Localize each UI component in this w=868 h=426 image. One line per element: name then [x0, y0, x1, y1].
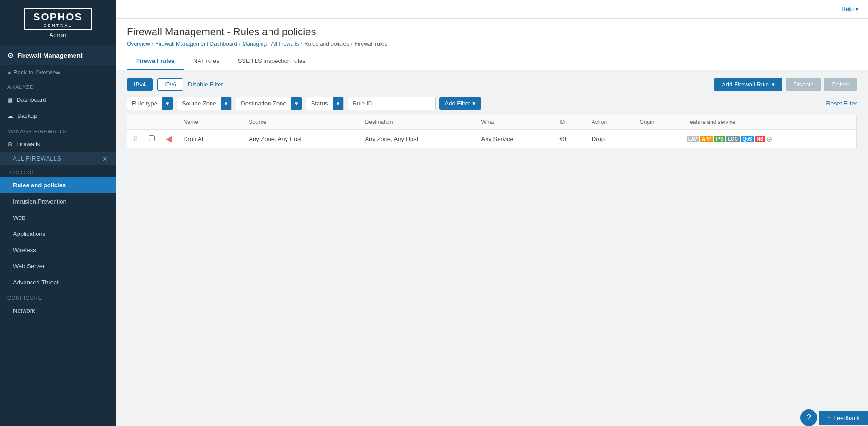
configure-category: CONFIGURE — [0, 290, 116, 303]
ipv4-button[interactable]: IPv4 — [127, 78, 153, 91]
action-bar: IPv4 IPv6 Disable Filter Add Firewall Ru… — [127, 78, 857, 91]
feedback-arrow-icon: ↑ — [827, 414, 831, 421]
destination-zone-label: Destination Zone — [236, 97, 291, 110]
status-dropdown-btn[interactable] — [333, 97, 343, 110]
more-options-icon[interactable]: ⊕ — [766, 135, 772, 143]
drag-handle-icon[interactable]: ⠿ — [133, 136, 137, 142]
breadcrumb-sep-3: / — [301, 41, 302, 47]
rule-action-cell: Drop — [586, 130, 634, 148]
action-right: Add Firewall Rule Disable Delete — [714, 78, 857, 91]
sidebar-item-advanced-threat[interactable]: Advanced Threat — [0, 274, 116, 290]
add-filter-button[interactable]: Add Filter — [439, 97, 481, 110]
reset-filter-link[interactable]: Reset Filter — [826, 100, 857, 107]
sidebar-item-intrusion-prevention[interactable]: Intrusion Prevention — [0, 193, 116, 210]
rule-type-filter[interactable]: Rule type — [127, 97, 173, 110]
ipv6-button[interactable]: IPv6 — [157, 78, 183, 91]
delete-button[interactable]: Delete — [824, 78, 857, 91]
help-button[interactable]: Help — [841, 6, 859, 12]
breadcrumb: Overview / Firewall Management Dashboard… — [127, 41, 857, 47]
help-circle-button[interactable]: ? — [800, 409, 817, 426]
breadcrumb-sep-2: / — [239, 41, 240, 47]
add-firewall-rule-button[interactable]: Add Firewall Rule — [714, 78, 782, 91]
main-content: Help Firewall Management - Rules and pol… — [116, 0, 868, 426]
col-source: Source — [243, 115, 359, 130]
back-label: Back to Overview — [13, 69, 60, 76]
add-filter-chevron-icon — [472, 100, 475, 107]
rule-source-cell: Any Zone, Any Host — [243, 130, 359, 148]
firewall-management-icon — [7, 51, 13, 60]
breadcrumb-rules-policies: Rules and policies — [304, 41, 349, 47]
logo-name: SOPHOS — [33, 11, 82, 23]
rule-toggle-icon[interactable]: ◀ — [166, 134, 172, 143]
badge-app: APP — [700, 136, 713, 142]
content-body: IPv4 IPv6 Disable Filter Add Firewall Ru… — [116, 70, 868, 426]
cloud-icon — [7, 112, 13, 119]
feedback-button[interactable]: ↑ Feedback — [819, 411, 868, 425]
rule-name-cell: Drop ALL — [178, 130, 243, 148]
breadcrumb-overview[interactable]: Overview — [127, 41, 150, 47]
content-header: Firewall Management - Rules and policies… — [116, 19, 868, 70]
source-zone-label: Source Zone — [177, 97, 221, 110]
back-to-overview[interactable]: Back to Overview — [0, 65, 116, 80]
filter-left: IPv4 IPv6 Disable Filter — [127, 78, 223, 91]
source-zone-dropdown-btn[interactable] — [221, 97, 231, 110]
rule-id-input[interactable] — [348, 97, 436, 110]
disable-button[interactable]: Disable — [786, 78, 821, 91]
col-origin: Origin — [634, 115, 681, 130]
checkbox-cell[interactable] — [143, 130, 160, 148]
sidebar-firewall-management[interactable]: Firewall Management — [0, 45, 116, 65]
add-firewall-rule-label: Add Firewall Rule — [722, 81, 769, 88]
page-title: Firewall Management - Rules and policies — [127, 26, 857, 38]
sidebar-item-dashboard[interactable]: Dashboard — [0, 92, 116, 108]
sidebar-item-web-server[interactable]: Web Server — [0, 258, 116, 274]
col-what: What — [475, 115, 554, 130]
web-server-label: Web Server — [13, 263, 44, 270]
rule-type-dropdown-btn[interactable] — [162, 97, 173, 110]
rule-destination-cell: Any Zone, Any Host — [359, 130, 475, 148]
breadcrumb-dashboard[interactable]: Firewall Management Dashboard — [155, 41, 237, 47]
toggle-cell[interactable]: ◀ — [160, 130, 178, 148]
sophos-logo: SOPHOS CENTRAL — [24, 8, 92, 30]
network-label: Network — [13, 307, 35, 314]
sidebar-item-rules-policies[interactable]: Rules and policies — [0, 177, 116, 193]
rules-table: Name Source Destination What ID Action O… — [127, 115, 857, 148]
col-destination: Destination — [359, 115, 475, 130]
source-zone-filter[interactable]: Source Zone — [177, 97, 232, 110]
sidebar-item-applications[interactable]: Applications — [0, 226, 116, 242]
tab-nat-rules[interactable]: NAT rules — [184, 53, 229, 70]
sidebar-item-web[interactable]: Web — [0, 210, 116, 226]
close-icon[interactable]: ✕ — [102, 155, 108, 162]
breadcrumb-managing[interactable]: Managing : All firewalls — [242, 41, 299, 47]
drag-handle-cell[interactable]: ⠿ — [127, 130, 144, 148]
destination-zone-filter[interactable]: Destination Zone — [236, 97, 302, 110]
col-drag — [127, 115, 144, 130]
rule-what-cell: Any Service — [475, 130, 554, 148]
col-toggle — [160, 115, 178, 130]
source-zone-chevron-icon — [225, 100, 228, 107]
firewalls-label: Firewalls — [16, 141, 40, 148]
tab-firewall-rules[interactable]: Firewall rules — [127, 53, 184, 70]
status-filter[interactable]: Status — [306, 97, 344, 110]
badge-lav: LAV — [687, 136, 699, 142]
disable-filter-link[interactable]: Disable Filter — [188, 81, 223, 88]
col-id: ID — [554, 115, 586, 130]
feature-badges: LAV APP IPS LOG QoS NB ⊕ — [687, 135, 851, 143]
sidebar-item-firewalls[interactable]: Firewalls — [0, 136, 116, 152]
all-firewalls-label: ALL FIREWALLS — [13, 155, 62, 162]
chevron-left-icon — [7, 69, 11, 76]
tab-ssl-tls[interactable]: SSL/TLS inspection rules — [229, 53, 315, 70]
sidebar-item-backup[interactable]: Backup — [0, 108, 116, 124]
help-label: Help — [841, 6, 854, 12]
breadcrumb-firewall-rules: Firewall rules — [355, 41, 387, 47]
applications-label: Applications — [13, 230, 45, 237]
sidebar-item-wireless[interactable]: Wireless — [0, 242, 116, 258]
breadcrumb-sep-4: / — [351, 41, 352, 47]
filters-row: Rule type Source Zone Destination Zone S… — [127, 97, 857, 110]
firewall-management-label: Firewall Management — [17, 52, 83, 59]
destination-zone-dropdown-btn[interactable] — [291, 97, 302, 110]
breadcrumb-sep-1: / — [152, 41, 153, 47]
row-checkbox[interactable] — [149, 135, 155, 141]
all-firewalls-bar[interactable]: ALL FIREWALLS ✕ — [0, 152, 116, 165]
sidebar-item-network[interactable]: Network — [0, 303, 116, 319]
advanced-threat-label: Advanced Threat — [13, 279, 59, 286]
